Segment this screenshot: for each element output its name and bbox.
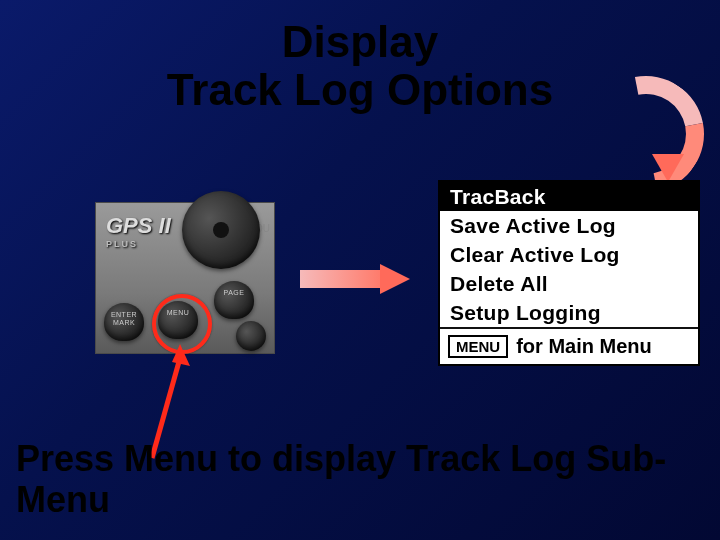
gps-device-image: GPS II PLUS OU ENTER MARK MENU PAGE (95, 202, 275, 354)
rocker-pad-icon (182, 191, 260, 269)
device-brand: GPS II PLUS (106, 213, 171, 249)
submenu-item-save-active-log[interactable]: Save Active Log (440, 211, 698, 240)
submenu-list: TracBack Save Active Log Clear Active Lo… (440, 182, 698, 329)
arrow-curve-down-icon (588, 76, 698, 186)
instruction-text: Press Menu to display Track Log Sub-Menu (16, 439, 700, 520)
submenu-item-clear-active-log[interactable]: Clear Active Log (440, 240, 698, 269)
submenu-item-delete-all[interactable]: Delete All (440, 269, 698, 298)
menu-key-badge: MENU (448, 335, 508, 358)
submenu-item-tracback[interactable]: TracBack (440, 182, 698, 211)
device-brand-sub: PLUS (106, 239, 171, 249)
submenu-item-setup-logging[interactable]: Setup Logging (440, 298, 698, 327)
power-button-icon (236, 321, 266, 351)
page-button: PAGE (214, 281, 254, 319)
track-log-submenu-panel: TracBack Save Active Log Clear Active Lo… (438, 180, 700, 366)
svg-marker-1 (172, 344, 190, 366)
submenu-footer-text: for Main Menu (516, 335, 652, 358)
title-line-1: Display (282, 17, 439, 66)
menu-button: MENU (158, 301, 198, 339)
device-brand-text: GPS II (106, 213, 171, 238)
submenu-footer: MENU for Main Menu (440, 329, 698, 364)
enter-mark-button: ENTER MARK (104, 303, 144, 341)
arrow-right-icon (300, 264, 410, 294)
